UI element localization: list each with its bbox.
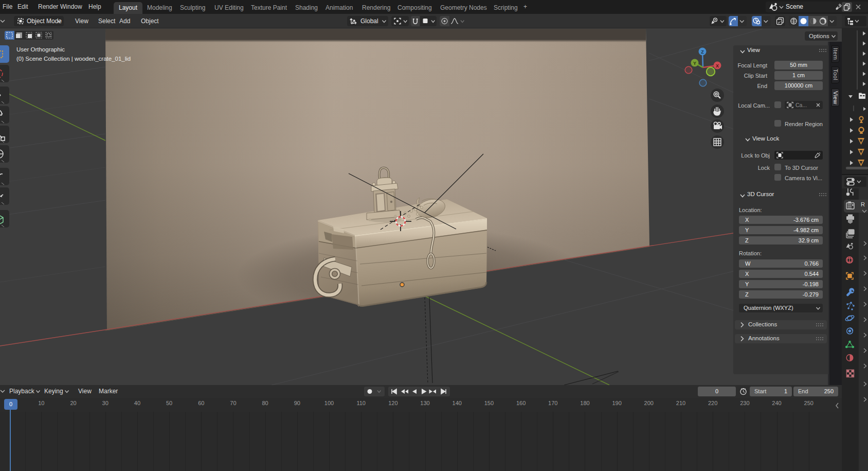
svg-text:Z: Z xyxy=(701,49,704,55)
svg-text:R: R xyxy=(861,201,865,207)
svg-text:X: X xyxy=(716,63,719,68)
svg-text:Y: Y xyxy=(693,61,696,66)
